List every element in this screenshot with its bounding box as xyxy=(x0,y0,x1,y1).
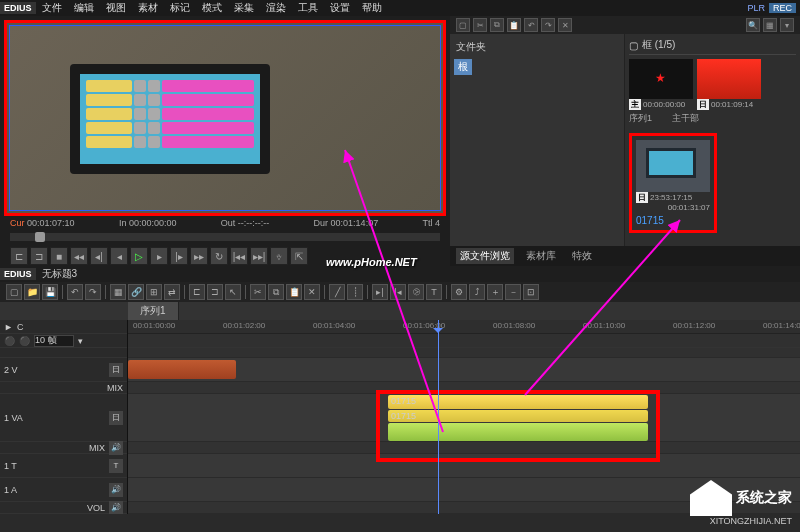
tool-marker-in-icon[interactable]: ▸| xyxy=(372,284,388,300)
tool-render-icon[interactable]: ⚙ xyxy=(451,284,467,300)
menu-clip[interactable]: 素材 xyxy=(132,0,164,16)
clip-v2[interactable] xyxy=(128,360,236,379)
track-header-v2[interactable]: 2 V 日 xyxy=(0,358,127,382)
sequence-tab[interactable]: 序列1 xyxy=(128,302,179,320)
step-fwd-button[interactable]: ▸ xyxy=(150,247,168,265)
tool-link-icon[interactable]: 🔗 xyxy=(128,284,144,300)
tool-export-icon[interactable]: ⤴ xyxy=(469,284,485,300)
video-icon[interactable]: 日 xyxy=(109,363,123,377)
marker-lane[interactable] xyxy=(128,348,800,358)
bin-selected-thumb[interactable]: 日23:53:17:15 00:01:31:07 01715 xyxy=(629,133,717,233)
bin-paste-icon[interactable]: 📋 xyxy=(507,18,521,32)
tool-new-icon[interactable]: ▢ xyxy=(6,284,22,300)
track-header-va[interactable]: 1 VA 日 xyxy=(0,394,127,442)
bin-thumb[interactable]: 日00:01:09:14 xyxy=(697,59,761,110)
title-icon[interactable]: T xyxy=(109,459,123,473)
link1-icon[interactable]: ⚫ xyxy=(4,336,15,346)
rewind-button[interactable]: ◂◂ xyxy=(70,247,88,265)
tool-cut-icon[interactable]: ✂ xyxy=(250,284,266,300)
menu-render[interactable]: 渲染 xyxy=(260,0,292,16)
tool-split-icon[interactable]: ┊ xyxy=(347,284,363,300)
tool-group-icon[interactable]: ▦ xyxy=(110,284,126,300)
rec-indicator[interactable]: REC xyxy=(769,3,796,13)
scrub-handle[interactable] xyxy=(35,232,45,242)
link2-icon[interactable]: ⚫ xyxy=(19,336,30,346)
tab-library[interactable]: 素材库 xyxy=(522,248,560,264)
track-header-t[interactable]: 1 T T xyxy=(0,454,127,478)
next-frame-button[interactable]: |▸ xyxy=(170,247,188,265)
tool-zoom-in-icon[interactable]: ＋ xyxy=(487,284,503,300)
step-back-button[interactable]: ◂ xyxy=(110,247,128,265)
playhead[interactable] xyxy=(438,320,439,514)
marker-header xyxy=(0,348,127,358)
bin-new-icon[interactable]: ▢ xyxy=(456,18,470,32)
tool-delete-icon[interactable]: ✕ xyxy=(304,284,320,300)
bin-thumb[interactable]: 主00:00:00:00 xyxy=(629,59,693,110)
tool-title-icon[interactable]: T xyxy=(426,284,442,300)
tool-undo-icon[interactable]: ↶ xyxy=(67,284,83,300)
ruler-tick: 00:01:02:00 xyxy=(223,321,265,330)
stop-button[interactable]: ■ xyxy=(50,247,68,265)
bin-view-icon[interactable]: ▦ xyxy=(763,18,777,32)
track-header-a[interactable]: 1 A 🔊 xyxy=(0,478,127,502)
bin-cut-icon[interactable]: ✂ xyxy=(473,18,487,32)
prev-frame-button[interactable]: ◂| xyxy=(90,247,108,265)
bin-redo-icon[interactable]: ↷ xyxy=(541,18,555,32)
audio-icon[interactable]: 🔊 xyxy=(109,501,123,515)
prev-edit-button[interactable]: |◂◂ xyxy=(230,247,248,265)
tool-zoom-out-icon[interactable]: － xyxy=(505,284,521,300)
menu-mode[interactable]: 模式 xyxy=(196,0,228,16)
tool-fit-icon[interactable]: ⊡ xyxy=(523,284,539,300)
overwrite-button[interactable]: ⇱ xyxy=(290,247,308,265)
tool-open-icon[interactable]: 📁 xyxy=(24,284,40,300)
set-in-button[interactable]: ⊏ xyxy=(10,247,28,265)
track-lane-v2[interactable] xyxy=(128,358,800,382)
menu-settings[interactable]: 设置 xyxy=(324,0,356,16)
tool-copy-icon[interactable]: ⧉ xyxy=(268,284,284,300)
tool-snap-icon[interactable]: ⊞ xyxy=(146,284,162,300)
next-edit-button[interactable]: ▸▸| xyxy=(250,247,268,265)
bin-copy-icon[interactable]: ⧉ xyxy=(490,18,504,32)
tool-redo-icon[interactable]: ↷ xyxy=(85,284,101,300)
bin-search-icon[interactable]: 🔍 xyxy=(746,18,760,32)
set-out-button[interactable]: ⊐ xyxy=(30,247,48,265)
loop-button[interactable]: ↻ xyxy=(210,247,228,265)
tool-trim-out-icon[interactable]: ⊐ xyxy=(207,284,223,300)
chevron-down-icon[interactable]: ▾ xyxy=(78,336,83,346)
menu-file[interactable]: 文件 xyxy=(36,0,68,16)
insert-button[interactable]: ⎀ xyxy=(270,247,288,265)
thumb-tc2: 00:01:31:07 xyxy=(668,203,710,212)
preview-monitor[interactable] xyxy=(4,20,446,216)
tool-marker-out-icon[interactable]: |◂ xyxy=(390,284,406,300)
bin-more-icon[interactable]: ▾ xyxy=(780,18,794,32)
tool-cursor-icon[interactable]: ↖ xyxy=(225,284,241,300)
tab-effects[interactable]: 特效 xyxy=(568,248,596,264)
tool-transition-icon[interactable]: ⧁ xyxy=(408,284,424,300)
tab-source-browse[interactable]: 源文件浏览 xyxy=(456,248,514,264)
play-button[interactable]: ▷ xyxy=(130,247,148,265)
bin-undo-icon[interactable]: ↶ xyxy=(524,18,538,32)
bin-root[interactable]: 根 xyxy=(454,59,472,75)
video-icon[interactable]: 日 xyxy=(109,411,123,425)
tool-save-icon[interactable]: 💾 xyxy=(42,284,58,300)
menu-help[interactable]: 帮助 xyxy=(356,0,388,16)
menu-view[interactable]: 视图 xyxy=(100,0,132,16)
audio-icon[interactable]: 🔊 xyxy=(109,483,123,497)
tool-razor-icon[interactable]: ╱ xyxy=(329,284,345,300)
menu-marker[interactable]: 标记 xyxy=(164,0,196,16)
bin-delete-icon[interactable]: ✕ xyxy=(558,18,572,32)
scale-lane[interactable] xyxy=(128,334,800,348)
bin-tree-tab[interactable]: 文件夹 xyxy=(454,38,620,56)
tool-trim-icon[interactable]: ⊏ xyxy=(189,284,205,300)
track-headers: ► C ⚫ ⚫ ▾ 2 V 日 MIX 1 VA 日 MIX🔊 1 T xyxy=(0,320,128,514)
scrub-bar[interactable] xyxy=(10,233,440,241)
timeline-ruler[interactable]: 00:01:00:00 00:01:02:00 00:01:04:00 00:0… xyxy=(128,320,800,334)
menu-edit[interactable]: 编辑 xyxy=(68,0,100,16)
tool-paste-icon[interactable]: 📋 xyxy=(286,284,302,300)
ffwd-button[interactable]: ▸▸ xyxy=(190,247,208,265)
frame-step-input[interactable] xyxy=(34,335,74,347)
menu-tools[interactable]: 工具 xyxy=(292,0,324,16)
audio-icon[interactable]: 🔊 xyxy=(109,441,123,455)
tool-ripple-icon[interactable]: ⇄ xyxy=(164,284,180,300)
menu-capture[interactable]: 采集 xyxy=(228,0,260,16)
